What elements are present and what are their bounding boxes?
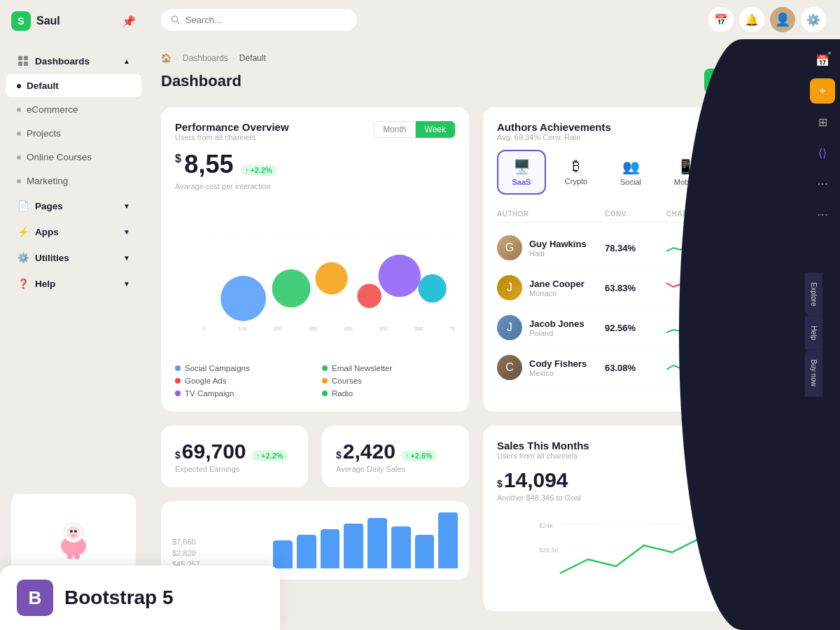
cat-tab-social[interactable]: 👥 Social (606, 150, 655, 195)
mini-chart (666, 357, 736, 378)
mini-chart (666, 277, 736, 298)
help-chevron: ▼ (123, 280, 130, 288)
user-avatar[interactable]: 👤 (770, 7, 795, 32)
legend-tv-campaign: TV Campaign (175, 389, 308, 398)
sidebar-item-marketing[interactable]: Marketing (6, 169, 141, 192)
bubble-chart-container: 700 600 500 400 300 200 100 (175, 199, 455, 356)
utilities-label: Utilities (35, 253, 69, 263)
svg-rect-1 (24, 56, 28, 60)
breadcrumb-dashboards[interactable]: Dashboards (183, 53, 228, 63)
sidebar-item-online-courses[interactable]: Online Courses (6, 146, 141, 169)
sidebar-group-apps[interactable]: ⚡ Apps ▼ (6, 219, 141, 244)
notification-icon[interactable]: 🔔 (739, 7, 764, 32)
svg-rect-0 (18, 56, 22, 60)
dashboards-chevron: ▲ (123, 57, 130, 65)
sidebar-item-ecommerce[interactable]: eCommerce (6, 98, 141, 121)
th-chart: CHART (666, 210, 736, 218)
metric-label: Avarage cost per interaction (175, 182, 455, 190)
view-button[interactable]: → (742, 358, 762, 377)
pages-label: Pages (35, 201, 63, 211)
bar (415, 535, 435, 568)
add-rp-icon[interactable]: + (810, 78, 835, 104)
author-country: Mexico (529, 369, 587, 377)
dashboards-label: Dashboards (35, 56, 90, 66)
home-icon[interactable]: 🏠 (161, 53, 172, 63)
sidebar-item-projects[interactable]: Projects (6, 122, 141, 145)
dots-rp-icon[interactable]: ⋯ (810, 171, 835, 196)
view-button[interactable]: → (742, 278, 762, 298)
settings-icon[interactable]: ⚙️ (801, 7, 826, 32)
search-box[interactable] (161, 9, 357, 31)
breadcrumb: 🏠 › Dashboards › Default (161, 53, 791, 63)
explore-tab[interactable]: Explore (805, 273, 822, 316)
mobile-icon: 📱 (677, 158, 694, 175)
svg-point-28 (220, 276, 266, 321)
bar-chart: $7,660 $2,820 $45,257 (172, 512, 458, 568)
app-logo: S (11, 11, 31, 31)
projects-label: Projects (27, 128, 61, 139)
bootstrap-icon: B (17, 580, 53, 616)
authors-table: AUTHOR CONV. CHART VIEW G Guy Hawkins (497, 206, 777, 388)
month-button[interactable]: Month (374, 121, 415, 138)
legend-label: Social Campaigns (185, 364, 250, 372)
create-project-button[interactable]: Create Project (704, 69, 791, 93)
astronaut-illustration (46, 511, 102, 567)
svg-point-31 (357, 284, 382, 309)
view-button[interactable]: → (742, 238, 762, 258)
bar (391, 526, 411, 568)
search-input[interactable] (186, 15, 347, 25)
sidebar-group-dashboards[interactable]: Dashboards ▲ (6, 48, 141, 74)
svg-point-29 (272, 270, 311, 308)
sidebar-item-default[interactable]: Default (6, 74, 141, 97)
cat-tab-saas[interactable]: 🖥️ SaaS (497, 150, 546, 195)
svg-text:500: 500 (379, 326, 388, 332)
buy-tab[interactable]: Buy now (805, 350, 822, 396)
legend-dot (322, 391, 328, 396)
sidebar-header: S Saul 📌 (0, 0, 147, 42)
dots2-rp-icon[interactable]: ⋯ (810, 202, 835, 227)
side-tabs: Explore Help Buy now (805, 273, 822, 397)
authors-subtitle: Avg. 69.34% Conv. Rate (497, 133, 777, 141)
grid-rp-icon[interactable]: ⊞ (810, 109, 835, 134)
cat-tab-others[interactable]: 📂 Others (715, 150, 764, 195)
content-main: 🏠 › Dashboards › Default Dashboard Creat… (147, 39, 805, 630)
cat-tab-mobile[interactable]: 📱 Mobile (661, 150, 710, 195)
help-tab[interactable]: Help (805, 316, 822, 350)
sidebar-group-help[interactable]: ❓ Help ▼ (6, 271, 141, 296)
dot-icon (17, 155, 21, 160)
sidebar-group-pages[interactable]: 📄 Pages ▼ (6, 193, 141, 218)
dot-icon (17, 108, 21, 112)
th-view: VIEW (742, 210, 777, 218)
svg-point-7 (70, 530, 73, 533)
sales-dollar: $ (497, 478, 503, 489)
apps-icon: ⚡ (17, 225, 29, 238)
code-rp-icon[interactable]: ⟨⟩ (810, 140, 835, 165)
earnings-badge: ↑ +2.2% (252, 450, 288, 461)
author-name: Jacob Jones (529, 318, 584, 329)
pin-icon[interactable]: 📌 (122, 15, 136, 28)
sidebar-group-utilities[interactable]: ⚙️ Utilities ▼ (6, 245, 141, 270)
calendar-rp-icon[interactable]: 📅 (810, 48, 835, 73)
utilities-chevron: ▼ (123, 254, 130, 262)
svg-text:$20.5K: $20.5K (539, 547, 559, 554)
perf-header: Performance Overview Users from all chan… (175, 121, 455, 141)
conv-rate: 92.56% (605, 323, 661, 333)
author-info: G Guy Hawkins Haiti (497, 235, 599, 260)
view-button[interactable]: → (742, 318, 762, 337)
sales-title: Sales This Months (497, 440, 777, 451)
search-icon (171, 15, 180, 24)
authors-card: Authors Achievements Avg. 69.34% Conv. R… (483, 107, 791, 412)
help-icon: ❓ (17, 277, 29, 290)
mini-chart (666, 237, 736, 258)
daily-sales-value: 2,420 (343, 440, 396, 463)
conv-rate: 63.83% (605, 283, 661, 293)
social-label: Social (620, 178, 641, 186)
calendar-icon[interactable]: 📅 (708, 7, 734, 32)
daily-sales-card: $ 2,420 ↑ +2.6% Average Daily Sales (322, 426, 469, 487)
legend-label: Email Newsletter (332, 364, 392, 372)
week-button[interactable]: Week (416, 121, 455, 138)
legend-dot (322, 365, 328, 371)
cat-tab-crypto[interactable]: ₿ Crypto (552, 150, 601, 195)
legend-label: Google Ads (185, 377, 226, 385)
svg-point-32 (379, 255, 421, 297)
